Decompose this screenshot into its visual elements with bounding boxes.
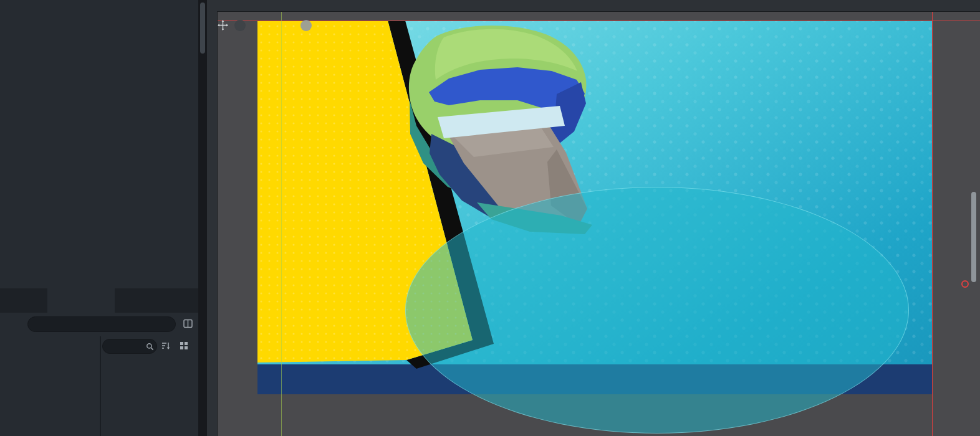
zoom-out-button[interactable] (234, 20, 246, 31)
viewport-scrollbar-thumb[interactable] (971, 192, 976, 282)
dock-tab-bar (0, 288, 198, 313)
dock-menu-icon[interactable] (185, 288, 196, 313)
ruler-corner (207, 0, 218, 12)
x-axis-line (217, 21, 980, 21)
godot-editor (0, 0, 980, 436)
filesystem-panel (0, 336, 198, 436)
pane-divider[interactable] (100, 336, 101, 436)
collision-ellipse-shape (405, 187, 909, 434)
scene-tree (0, 0, 198, 288)
dock-splitter[interactable] (198, 0, 207, 436)
filter-files (102, 339, 157, 354)
tab-history[interactable] (0, 288, 47, 313)
ruler-horizontal[interactable] (217, 0, 980, 12)
split-view-button[interactable] (183, 319, 193, 329)
dock-scrollbar-thumb[interactable] (200, 2, 205, 54)
guide-handle-dot (961, 280, 969, 288)
grid-view-icon[interactable] (180, 341, 188, 350)
path-search-input[interactable] (27, 316, 176, 332)
sort-files-icon[interactable] (161, 341, 171, 351)
filesystem-toolbar (0, 313, 198, 336)
tab-filesystem[interactable] (47, 288, 115, 313)
move-gizmo-icon (218, 20, 228, 31)
ruler-vertical[interactable] (207, 11, 218, 436)
search-icon (146, 343, 154, 353)
y-axis-line (281, 11, 282, 436)
zoom-in-button[interactable] (300, 20, 312, 31)
vertical-guide (932, 11, 933, 436)
